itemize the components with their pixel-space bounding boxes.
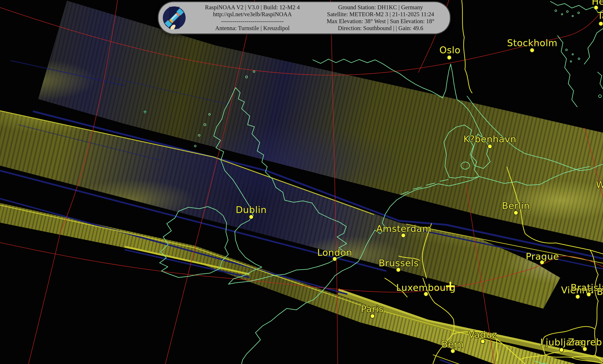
info-box: RaspiNOAA V2 | V3.0 | Build: 12-M2 4 htt… (159, 2, 450, 34)
info-left-column: RaspiNOAA V2 | V3.0 | Build: 12-M2 4 htt… (191, 4, 314, 32)
city-dot-london (332, 257, 337, 262)
info-line-antenna: Antenna: Turnstile | Kreuzdipol (191, 25, 314, 32)
city-dot-zagreb (582, 347, 587, 352)
city-dot-vaduz (480, 339, 485, 344)
map-overlay (0, 0, 603, 364)
city-label-london: London (317, 247, 352, 258)
swath-stripes (0, 61, 603, 364)
city-label-zagreb: Zagreb (568, 337, 602, 347)
city-dot-kobenhavn (487, 144, 492, 149)
city-label-bern: Bern (441, 339, 464, 350)
city-dot-berlin (514, 210, 518, 215)
info-line-url: http://qsl.net/ve3elb/RaspiNOAA (191, 11, 314, 18)
city-dot-stockholm (530, 48, 534, 53)
info-line-direction: Direction: Southbound | | Gain: 49.6 (319, 25, 442, 32)
info-line-satellite: Satellite: METEOR-M2 3 | 21-11-2025 11:2… (319, 11, 442, 18)
city-dot-tallinn (599, 21, 603, 26)
raspinoaa-satellite-logo (162, 6, 186, 30)
info-line-station: Ground Station: DH1KC | Germany (319, 4, 442, 11)
city-dot-bern (451, 349, 455, 353)
city-dot-paris (370, 314, 375, 318)
city-label-warszawa-partial: W (596, 179, 603, 190)
info-line-version: RaspiNOAA V2 | V3.0 | Build: 12-M2 4 (191, 4, 314, 11)
city-label-tallinn: Tallinn (597, 10, 603, 21)
city-label-berlin: Berlin (502, 200, 530, 211)
city-label-budapest-partial: B (597, 286, 603, 297)
city-dot-dublin (249, 215, 254, 219)
city-dot-prague (540, 260, 545, 265)
city-dot-luxembourg (424, 292, 429, 296)
city-dot-helsinki (594, 5, 599, 10)
track-point-cross (143, 110, 147, 114)
info-line-elevation: Max Elevation: 38° West | Sun Elevation:… (319, 18, 442, 25)
city-dot-bratislava (586, 292, 591, 297)
city-dot-amsterdam (401, 233, 406, 238)
city-label-stockholm: Stockholm (507, 38, 557, 48)
city-label-dublin: Dublin (236, 205, 267, 215)
info-line-divider: -------------------------------- (191, 18, 314, 25)
city-dot-brussels (396, 267, 401, 272)
city-label-amsterdam: Amsterdam (376, 223, 432, 234)
city-label-vaduz: Vaduz (468, 329, 497, 340)
city-label-paris: Paris (361, 304, 384, 314)
info-right-column: Ground Station: DH1KC | Germany Satellit… (319, 4, 442, 32)
city-dot-ljubljana (559, 348, 564, 353)
city-label-brussels: Brussels (379, 258, 419, 268)
satellite-map-image: OsloStockholmHelsinkiTallinnK?benhavnBer… (0, 0, 603, 364)
city-dot-vienna (575, 294, 580, 299)
city-label-kobenhavn: K?benhavn (463, 134, 516, 144)
ground-station-cross (446, 282, 455, 291)
city-dot-oslo (447, 55, 452, 60)
city-label-oslo: Oslo (440, 45, 461, 55)
country-borders (385, 0, 603, 364)
